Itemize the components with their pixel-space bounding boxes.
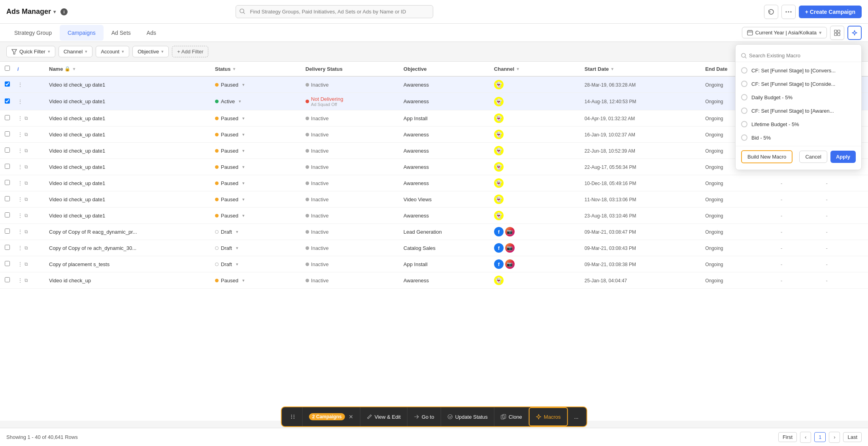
status-dropdown-icon[interactable]: ▾: [242, 132, 245, 137]
col-status[interactable]: Status ▼: [212, 62, 302, 76]
macro-radio[interactable]: [741, 108, 747, 114]
row-checkbox-cell[interactable]: [0, 110, 14, 127]
status-dropdown-icon[interactable]: ▾: [242, 197, 245, 202]
row-checkbox[interactable]: [5, 81, 10, 87]
row-checkbox[interactable]: [5, 212, 10, 217]
name-sort-icon[interactable]: ▼: [72, 67, 76, 71]
title-chevron-icon[interactable]: ▾: [53, 9, 56, 15]
row-more-icon[interactable]: ⋮: [17, 115, 23, 121]
macro-option-item[interactable]: Daily Budget - 5%: [736, 91, 861, 104]
tab-ad-sets[interactable]: Ad Sets: [104, 25, 139, 41]
row-checkbox[interactable]: [5, 180, 10, 185]
status-dropdown-icon[interactable]: ▾: [236, 246, 238, 251]
row-copy-icon[interactable]: ⧉: [25, 278, 28, 283]
magic-button[interactable]: [847, 26, 862, 40]
row-checkbox[interactable]: [5, 131, 10, 136]
columns-button[interactable]: [830, 26, 844, 40]
row-copy-icon[interactable]: ⧉: [25, 213, 28, 218]
row-copy-icon[interactable]: ⧉: [25, 115, 28, 121]
row-checkbox-cell[interactable]: [0, 191, 14, 208]
macro-radio[interactable]: [741, 94, 747, 100]
row-checkbox-cell[interactable]: [0, 256, 14, 272]
macro-search-input[interactable]: [749, 53, 856, 59]
row-more-icon[interactable]: ⋮: [17, 212, 23, 219]
status-dropdown-icon[interactable]: ▾: [242, 82, 245, 87]
toolbar-macros[interactable]: Macros: [529, 407, 568, 421]
row-more-icon[interactable]: ⋮: [17, 245, 23, 251]
cancel-button[interactable]: Cancel: [799, 151, 827, 163]
row-copy-icon[interactable]: ⧉: [25, 132, 28, 137]
channel-sort-icon[interactable]: ▼: [516, 67, 520, 71]
macro-option-item[interactable]: Lifetime Budget - 5%: [736, 117, 861, 131]
row-checkbox[interactable]: [5, 229, 10, 234]
col-start-date[interactable]: Start Date ▼: [581, 62, 702, 76]
refresh-button[interactable]: [764, 5, 778, 19]
row-checkbox-cell[interactable]: [0, 159, 14, 175]
status-dropdown-icon[interactable]: ▾: [242, 116, 245, 121]
status-dropdown-icon[interactable]: ▾: [239, 99, 241, 104]
row-copy-icon[interactable]: ⧉: [25, 164, 28, 170]
quick-filter-button[interactable]: Quick Filter ▾: [6, 46, 55, 57]
row-more-icon[interactable]: ⋮: [17, 196, 23, 202]
col-name[interactable]: Name 🔒 ▼: [46, 62, 212, 76]
row-more-icon[interactable]: ⋮: [17, 131, 23, 138]
toolbar-campaigns-count[interactable]: 2 Campaigns ✕: [303, 407, 360, 421]
row-checkbox-cell[interactable]: [0, 76, 14, 93]
tab-ads[interactable]: Ads: [139, 25, 164, 41]
col-channel[interactable]: Channel ▼: [491, 62, 581, 76]
macro-option-item[interactable]: CF: Set [Funnel Stage] to [Awaren...: [736, 104, 861, 117]
toolbar-more[interactable]: ...: [568, 407, 585, 421]
row-checkbox[interactable]: [5, 245, 10, 250]
macro-radio[interactable]: [741, 121, 747, 127]
row-checkbox[interactable]: [5, 261, 10, 266]
tab-campaigns[interactable]: Campaigns: [60, 25, 104, 41]
row-more-icon[interactable]: ⋮: [17, 229, 23, 235]
create-campaign-button[interactable]: + Create Campaign: [799, 6, 862, 18]
macro-option-item[interactable]: CF: Set [Funnel Stage] to [Convers...: [736, 64, 861, 77]
status-sort-icon[interactable]: ▼: [232, 67, 236, 71]
row-checkbox-cell[interactable]: [0, 224, 14, 240]
status-dropdown-icon[interactable]: ▾: [236, 262, 238, 267]
row-checkbox[interactable]: [5, 164, 10, 169]
tab-strategy-group[interactable]: Strategy Group: [6, 25, 60, 41]
row-more-icon[interactable]: ⋮: [17, 261, 23, 267]
apply-button[interactable]: Apply: [830, 151, 856, 163]
account-filter-button[interactable]: Account ▾: [96, 46, 129, 57]
more-options-button[interactable]: [781, 5, 796, 19]
status-dropdown-icon[interactable]: ▾: [236, 229, 238, 234]
row-checkbox-cell[interactable]: [0, 143, 14, 159]
row-copy-icon[interactable]: ⧉: [25, 261, 28, 267]
toolbar-view-edit[interactable]: View & Edit: [360, 407, 407, 421]
select-all-header[interactable]: [0, 62, 14, 76]
build-macro-button[interactable]: Build New Macro: [741, 150, 793, 163]
add-filter-button[interactable]: + Add Filter: [172, 46, 208, 57]
macro-radio[interactable]: [741, 67, 747, 74]
row-more-icon[interactable]: ⋮: [17, 277, 23, 283]
toolbar-clone[interactable]: Clone: [494, 407, 529, 421]
row-more-icon[interactable]: ⋮: [17, 164, 23, 170]
toolbar-go-to[interactable]: Go to: [408, 407, 441, 421]
row-more-icon[interactable]: ⋮: [17, 147, 23, 154]
channel-filter-button[interactable]: Channel ▾: [58, 46, 92, 57]
row-checkbox[interactable]: [5, 277, 10, 282]
status-dropdown-icon[interactable]: ▾: [242, 148, 245, 153]
row-checkbox-cell[interactable]: [0, 127, 14, 143]
status-dropdown-icon[interactable]: ▾: [242, 278, 245, 283]
objective-filter-button[interactable]: Objective ▾: [132, 46, 169, 57]
date-selector[interactable]: Current Year | Asia/Kolkata ▾: [742, 27, 827, 38]
status-dropdown-icon[interactable]: ▾: [242, 181, 245, 186]
row-copy-icon[interactable]: ⧉: [25, 229, 28, 234]
row-checkbox-cell[interactable]: [0, 240, 14, 256]
status-dropdown-icon[interactable]: ▾: [242, 213, 245, 218]
row-checkbox[interactable]: [5, 196, 10, 201]
row-copy-icon[interactable]: ⧉: [25, 148, 28, 153]
row-checkbox-cell[interactable]: [0, 175, 14, 191]
search-input[interactable]: [236, 5, 433, 18]
row-checkbox-cell[interactable]: [0, 272, 14, 289]
row-copy-icon[interactable]: ⧉: [25, 197, 28, 202]
info-icon[interactable]: i: [60, 8, 68, 15]
row-checkbox-cell[interactable]: [0, 208, 14, 224]
row-checkbox-cell[interactable]: [0, 93, 14, 110]
row-more-icon[interactable]: ⋮: [17, 81, 23, 88]
macro-option-item[interactable]: CF: Set [Funnel Stage] to [Conside...: [736, 77, 861, 91]
